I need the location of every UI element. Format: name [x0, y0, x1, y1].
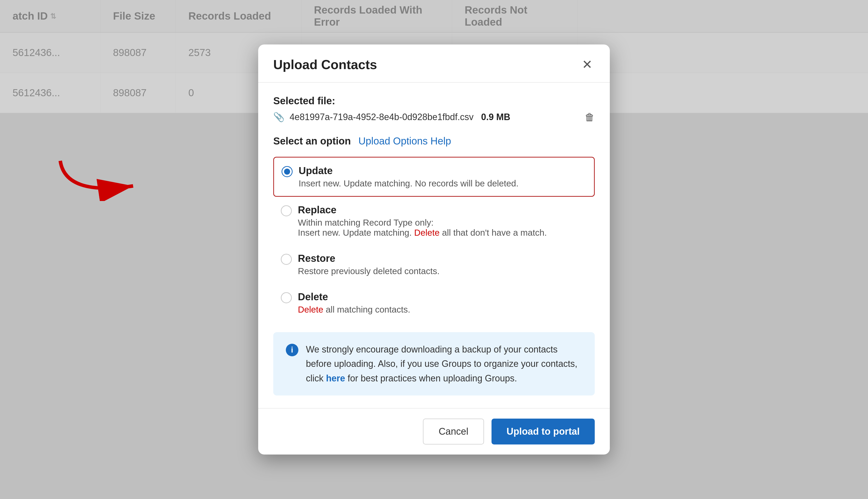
radio-restore-title: Restore: [298, 253, 439, 264]
radio-restore-desc: Restore previously deleted contacts.: [298, 266, 439, 276]
red-arrow-indicator: [53, 156, 153, 201]
paperclip-icon: 📎: [273, 112, 285, 122]
info-here-link[interactable]: here: [326, 373, 345, 384]
radio-replace-input[interactable]: [281, 205, 292, 216]
radio-restore-input[interactable]: [281, 254, 292, 265]
option-delete[interactable]: Delete Delete all matching contacts.: [273, 284, 595, 322]
info-text: We strongly encourage downloading a back…: [306, 342, 582, 386]
radio-delete-input[interactable]: [281, 292, 292, 303]
radio-delete-title: Delete: [298, 291, 410, 303]
modal-title: Upload Contacts: [273, 57, 377, 72]
modal-body: Selected file: 📎 4e81997a-719a-4952-8e4b…: [258, 83, 610, 408]
radio-replace-title: Replace: [298, 204, 547, 216]
radio-replace-desc: Within matching Record Type only: Insert…: [298, 218, 547, 238]
delete-text-replace: Delete: [414, 228, 439, 238]
cancel-button[interactable]: Cancel: [423, 418, 484, 445]
radio-update-content: Update Insert new. Update matching. No r…: [299, 165, 518, 188]
radio-update-title: Update: [299, 165, 518, 177]
option-restore[interactable]: Restore Restore previously deleted conta…: [273, 245, 595, 284]
modal-footer: Cancel Upload to portal: [258, 408, 610, 454]
radio-update-input[interactable]: [282, 166, 293, 177]
upload-contacts-modal: Upload Contacts ✕ Selected file: 📎 4e819…: [258, 45, 610, 455]
info-icon: i: [286, 344, 298, 356]
file-size: 0.9 MB: [481, 112, 510, 122]
option-update[interactable]: Update Insert new. Update matching. No r…: [273, 157, 595, 197]
delete-file-icon[interactable]: 🗑: [585, 112, 595, 123]
radio-group: Update Insert new. Update matching. No r…: [273, 157, 595, 322]
upload-button[interactable]: Upload to portal: [492, 418, 595, 445]
delete-text-delete: Delete: [298, 305, 323, 314]
select-option-row: Select an option Upload Options Help: [273, 135, 595, 147]
modal-overlay: Upload Contacts ✕ Selected file: 📎 4e819…: [0, 0, 868, 499]
option-replace[interactable]: Replace Within matching Record Type only…: [273, 197, 595, 245]
selected-file-label: Selected file:: [273, 95, 595, 107]
file-name: 4e81997a-719a-4952-8e4b-0d928be1fbdf.csv: [289, 112, 474, 122]
info-text-2: for best practices when uploading Groups…: [348, 373, 517, 384]
radio-delete-content: Delete Delete all matching contacts.: [298, 291, 410, 315]
upload-options-help-link[interactable]: Upload Options Help: [358, 135, 451, 147]
radio-update-dot: [284, 169, 290, 175]
file-row: 📎 4e81997a-719a-4952-8e4b-0d928be1fbdf.c…: [273, 112, 595, 123]
radio-update-desc: Insert new. Update matching. No records …: [299, 179, 518, 188]
radio-restore-content: Restore Restore previously deleted conta…: [298, 253, 439, 276]
radio-delete-desc: Delete all matching contacts.: [298, 305, 410, 315]
close-button[interactable]: ✕: [580, 57, 595, 72]
select-option-label: Select an option: [273, 135, 351, 147]
modal-header: Upload Contacts ✕: [258, 45, 610, 83]
radio-replace-content: Replace Within matching Record Type only…: [298, 204, 547, 238]
info-box: i We strongly encourage downloading a ba…: [273, 332, 595, 396]
